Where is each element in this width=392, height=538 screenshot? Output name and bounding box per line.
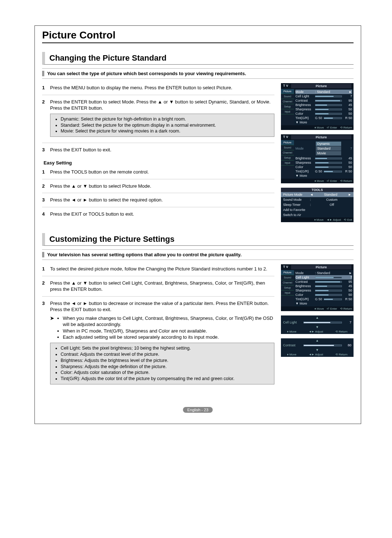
easy-setting-heading: Easy Setting bbox=[44, 160, 274, 166]
section-b-intro: Your television has several setting opti… bbox=[42, 249, 354, 260]
osd-slim-contrast: ▲ Contrast80 ▼ ♦ Move◄► Adjust⟲ Return bbox=[281, 338, 354, 357]
section-a-body: Press the MENU button to display the men… bbox=[42, 83, 274, 227]
definitions-box: Cell Light: Sets the pixel brightness; 1… bbox=[50, 343, 274, 384]
page-title: Picture Control bbox=[42, 29, 354, 43]
step: Press the ◄ or ► button to select the re… bbox=[42, 195, 274, 207]
side-setup: Setup bbox=[281, 104, 294, 109]
step: Press the ENTER button to select Mode. P… bbox=[42, 97, 274, 143]
step: Press the ▲ or ▼ button to select Pictur… bbox=[42, 182, 274, 193]
step: Press the ▲ or ▼ button to select Cell L… bbox=[42, 278, 274, 297]
step: Press the MENU button to display the men… bbox=[42, 83, 274, 95]
osd-picture-standard: T VPicture Picture Sound Channel Setup I… bbox=[281, 83, 354, 130]
section-b-heading: Customizing the Picture Settings bbox=[42, 233, 354, 246]
osd-picture-celllight: T VPicture Picture Sound Channel Setup I… bbox=[281, 264, 354, 311]
step: Press the TOOLS button on the remote con… bbox=[42, 167, 274, 179]
step: Press the EXIT button to exit. bbox=[42, 145, 274, 157]
section-b-body: To select the desired picture mode, foll… bbox=[42, 264, 274, 392]
easy-setting-steps: Press the TOOLS button on the remote con… bbox=[42, 167, 274, 221]
step: Press the ◄ or ► button to decrease or i… bbox=[42, 299, 274, 391]
side-picture: Picture bbox=[281, 89, 294, 94]
note-arrow-icon: ➤ bbox=[50, 315, 54, 341]
step: To select the desired picture mode, foll… bbox=[42, 264, 274, 276]
option-dynamic: Dynamic bbox=[316, 142, 341, 146]
section-a-heading: Changing the Picture Standard bbox=[42, 52, 354, 65]
step: Press the EXIT or TOOLS button to exit. bbox=[42, 209, 274, 221]
option-movie: Movie bbox=[316, 151, 341, 155]
side-sound: Sound bbox=[281, 94, 294, 99]
row-mode: Mode: Standard► bbox=[295, 90, 352, 94]
osd-slim-celllight: ▲ Cell Light7 ▼ ♦ Move◄► Adjust⟲ Return bbox=[281, 315, 354, 334]
osd-picture-dropdown: T VPicture Picture Sound Channel Setup I… bbox=[281, 134, 354, 183]
section-a-steps: Press the MENU button to display the men… bbox=[42, 83, 274, 157]
accent-bar bbox=[42, 71, 44, 76]
section-b-steps: To select the desired picture mode, foll… bbox=[42, 264, 274, 390]
section-a-intro: You can select the type of picture which… bbox=[42, 68, 354, 79]
page-frame: Picture Control Changing the Picture Sta… bbox=[34, 25, 361, 424]
osd-tools: TOOLS Picture Mode◄Standard► Sound Mode:… bbox=[281, 188, 354, 222]
side-channel: Channel bbox=[281, 99, 294, 104]
page-number: English - 23 bbox=[183, 407, 213, 413]
mode-note-box: Dynamic: Select the picture for high-def… bbox=[50, 114, 274, 137]
side-input: Input bbox=[281, 109, 294, 114]
option-standard: Standard bbox=[316, 146, 341, 151]
